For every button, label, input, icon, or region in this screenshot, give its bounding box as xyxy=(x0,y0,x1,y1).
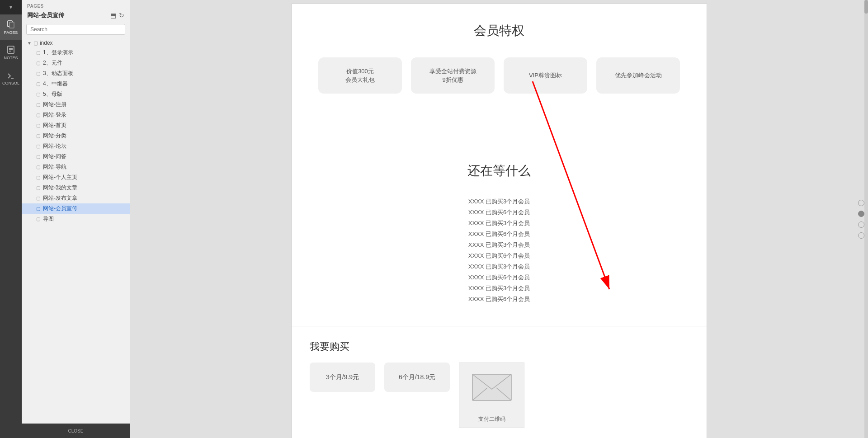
tree-item-qa[interactable]: ▢ 网站-问答 xyxy=(22,151,130,162)
page-icon: ▢ xyxy=(36,133,40,138)
pages-sidebar: PAGES 网站-会员宣传 ⬒ ↻ ▼ ▢ index ▢ 1、登录演示 ▢ 2… xyxy=(22,0,130,438)
search-input[interactable] xyxy=(26,24,125,35)
tree-item-profile[interactable]: ▢ 网站-个人主页 xyxy=(22,172,130,183)
tree-item-label: 5、母版 xyxy=(43,90,62,98)
close-bar[interactable]: CLOSE xyxy=(22,424,130,438)
scroll-track xyxy=(864,0,868,438)
page-icon: ▢ xyxy=(36,102,40,107)
tool-panel: ▾ PAGES NOTES CONSOL xyxy=(0,0,22,438)
benefits-row: 价值300元会员大礼包 享受全站付费资源9折优惠 VIP尊贵图标 优先参加峰会活… xyxy=(310,57,689,94)
tree-item-label: 网站-首页 xyxy=(43,122,66,129)
tree-item-label: 网站-个人主页 xyxy=(43,174,77,181)
notes-label: NOTES xyxy=(4,56,18,60)
page-icon: ▢ xyxy=(36,50,40,55)
folder-label: index xyxy=(40,40,53,46)
purchase-item-7: XXXX 已购买3个月会员 xyxy=(468,263,530,271)
section-buy: 我要购买 3个月/9.9元 6个月/18.9元 xyxy=(292,326,707,438)
tree-item-login[interactable]: ▢ 网站-登录 xyxy=(22,110,130,120)
tool-console[interactable]: CONSOL xyxy=(0,65,22,90)
purchase-item-10: XXXX 已购买6个月会员 xyxy=(468,295,530,303)
benefit-gift-label: 价值300元会员大礼包 xyxy=(345,67,375,85)
tree-item-label: 网站-导航 xyxy=(43,163,66,171)
scroll-thumb[interactable] xyxy=(864,0,868,14)
search-container xyxy=(22,22,130,38)
tree-item-label: 2、元件 xyxy=(43,59,62,67)
page-icon: ▢ xyxy=(36,196,40,201)
tree-item-label: 3、动态面板 xyxy=(43,70,73,77)
price-6month-label: 6个月/18.9元 xyxy=(399,373,435,381)
page-icon: ▢ xyxy=(36,123,40,128)
tree-item-login-demo[interactable]: ▢ 1、登录演示 xyxy=(22,47,130,58)
folder-icon: ▢ xyxy=(33,40,38,46)
nav-dot-4[interactable] xyxy=(858,232,864,239)
benefit-discount-label: 享受全站付费资源9折优惠 xyxy=(429,67,476,85)
purchase-item-2: XXXX 已购买6个月会员 xyxy=(468,208,530,217)
benefit-card-summit: 优先参加峰会活动 xyxy=(596,57,680,94)
console-icon xyxy=(6,71,15,80)
page-icon: ▢ xyxy=(36,113,40,118)
purchase-list: XXXX 已购买3个月会员 XXXX 已购买6个月会员 XXXX 已购买3个月会… xyxy=(310,198,689,303)
tree-item-category[interactable]: ▢ 网站-分类 xyxy=(22,131,130,141)
page-icon: ▢ xyxy=(36,92,40,97)
qr-label: 支付二维码 xyxy=(478,415,505,423)
section-wait: 还在等什么 XXXX 已购买3个月会员 XXXX 已购买6个月会员 XXXX 已… xyxy=(292,144,707,326)
tree-item-label: 网站-注册 xyxy=(43,101,66,108)
tree-item-sitemap[interactable]: ▢ 导图 xyxy=(22,214,130,224)
nav-dot-2[interactable] xyxy=(858,211,864,217)
purchase-item-6: XXXX 已购买6个月会员 xyxy=(468,252,530,260)
page-icon: ▢ xyxy=(36,81,40,86)
tree-item-publish[interactable]: ▢ 网站-发布文章 xyxy=(22,193,130,203)
tree-item-member[interactable]: ▢ 网站-会员宣传 xyxy=(22,203,130,214)
tree-folder-index[interactable]: ▼ ▢ index xyxy=(22,38,130,47)
pages-tree: ▼ ▢ index ▢ 1、登录演示 ▢ 2、元件 ▢ 3、动态面板 ▢ 4、中… xyxy=(22,38,130,424)
nav-dots xyxy=(858,200,864,239)
tree-item-label: 网站-分类 xyxy=(43,132,66,140)
export-icon[interactable]: ⬒ xyxy=(110,12,116,19)
nav-dot-1[interactable] xyxy=(858,200,864,206)
page-icon: ▢ xyxy=(36,206,40,211)
add-page-icon[interactable]: ↻ xyxy=(119,12,124,19)
price-card-3month[interactable]: 3个月/9.9元 xyxy=(310,363,375,392)
benefit-card-discount: 享受全站付费资源9折优惠 xyxy=(411,57,495,94)
svg-rect-9 xyxy=(472,374,511,400)
tree-item-nav[interactable]: ▢ 网站-导航 xyxy=(22,162,130,172)
pages-section-label: PAGES xyxy=(27,4,44,9)
tree-item-master[interactable]: ▢ 5、母版 xyxy=(22,89,130,99)
buy-options-row: 3个月/9.9元 6个月/18.9元 支付二维码 xyxy=(310,363,689,428)
tree-item-relay[interactable]: ▢ 4、中继器 xyxy=(22,79,130,89)
page-icon: ▢ xyxy=(36,144,40,149)
tool-notes[interactable]: NOTES xyxy=(0,40,22,65)
notes-icon xyxy=(6,45,15,54)
tool-top-chevron[interactable]: ▾ xyxy=(0,0,22,14)
benefit-vip-icon-label: VIP尊贵图标 xyxy=(529,71,562,80)
qr-code-box: 支付二维码 xyxy=(459,363,524,428)
pages-toolbar: ⬒ ↻ xyxy=(110,12,124,19)
tree-item-label: 1、登录演示 xyxy=(43,49,73,57)
tree-item-home[interactable]: ▢ 网站-首页 xyxy=(22,120,130,131)
tree-item-forum[interactable]: ▢ 网站-论坛 xyxy=(22,141,130,151)
benefit-card-gift: 价值300元会员大礼包 xyxy=(318,57,402,94)
tree-item-label: 网站-登录 xyxy=(43,111,66,119)
pages-label: PAGES xyxy=(4,30,18,35)
pages-header: PAGES xyxy=(22,0,130,10)
purchase-item-5: XXXX 已购买3个月会员 xyxy=(468,241,530,249)
price-3month-label: 3个月/9.9元 xyxy=(326,373,359,381)
pages-title: 网站-会员宣传 xyxy=(27,11,64,19)
buy-section-title: 我要购买 xyxy=(310,340,689,353)
tree-item-label: 4、中继器 xyxy=(43,80,68,88)
benefit-summit-label: 优先参加峰会活动 xyxy=(615,71,662,80)
page-icon: ▢ xyxy=(36,71,40,76)
tree-item-label: 网站-会员宣传 xyxy=(43,205,77,212)
tree-item-label: 网站-问答 xyxy=(43,153,66,160)
pages-title-row: 网站-会员宣传 ⬒ ↻ xyxy=(22,10,130,22)
tool-pages[interactable]: PAGES xyxy=(0,14,22,40)
collapse-icon: ▾ xyxy=(9,4,12,10)
price-card-6month[interactable]: 6个月/18.9元 xyxy=(384,363,450,392)
tree-item-my-articles[interactable]: ▢ 网站-我的文章 xyxy=(22,183,130,193)
nav-dot-3[interactable] xyxy=(858,221,864,228)
folder-arrow: ▼ xyxy=(27,41,32,46)
tree-item-element[interactable]: ▢ 2、元件 xyxy=(22,58,130,68)
tree-item-label: 网站-我的文章 xyxy=(43,184,77,192)
tree-item-register[interactable]: ▢ 网站-注册 xyxy=(22,99,130,110)
tree-item-dynamic-panel[interactable]: ▢ 3、动态面板 xyxy=(22,68,130,79)
